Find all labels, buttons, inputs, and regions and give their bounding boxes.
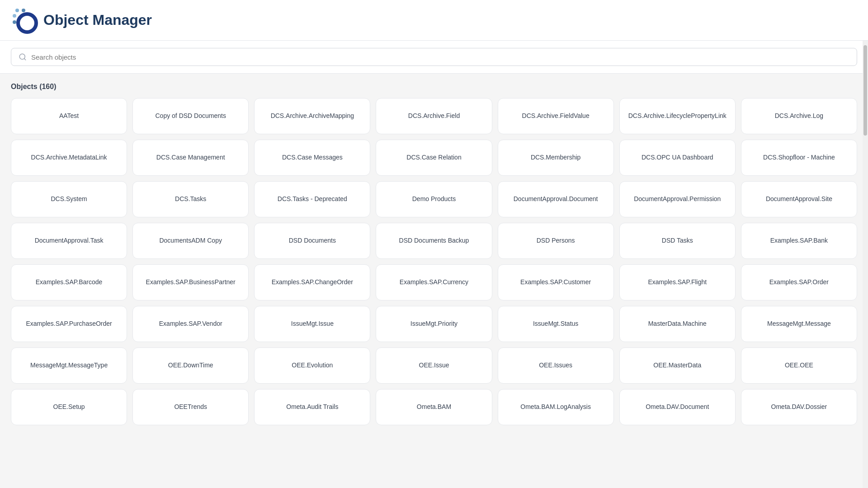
object-card[interactable]: DCS.Case Management bbox=[132, 140, 249, 176]
object-card[interactable]: IssueMgt.Issue bbox=[254, 306, 370, 342]
scrollbar-thumb[interactable] bbox=[863, 45, 867, 136]
object-card[interactable]: Copy of DSD Documents bbox=[132, 98, 249, 134]
search-bar-container bbox=[0, 41, 868, 74]
object-card[interactable]: OEE.DownTime bbox=[132, 347, 249, 384]
object-card[interactable]: DCS.Archive.ArchiveMapping bbox=[254, 98, 370, 134]
object-card[interactable]: DCS.Archive.Log bbox=[741, 98, 857, 134]
object-card[interactable]: Examples.SAP.Customer bbox=[498, 264, 614, 300]
object-card[interactable]: DCS.Shopfloor - Machine bbox=[741, 140, 857, 176]
object-card[interactable]: Examples.SAP.Barcode bbox=[11, 264, 127, 300]
objects-section: Objects (160) AATestCopy of DSD Document… bbox=[0, 74, 868, 434]
object-card[interactable]: DocumentApproval.Permission bbox=[619, 181, 736, 217]
objects-count: Objects (160) bbox=[11, 83, 857, 91]
object-card[interactable]: DocumentApproval.Site bbox=[741, 181, 857, 217]
object-card[interactable]: DCS.Archive.FieldValue bbox=[498, 98, 614, 134]
object-card[interactable]: Examples.SAP.Order bbox=[741, 264, 857, 300]
object-card[interactable]: DCS.Case Messages bbox=[254, 140, 370, 176]
objects-grid: AATestCopy of DSD DocumentsDCS.Archive.A… bbox=[11, 98, 857, 425]
object-card[interactable]: OEE.MasterData bbox=[619, 347, 736, 384]
object-card[interactable]: DCS.OPC UA Dashboard bbox=[619, 140, 736, 176]
object-card[interactable]: AATest bbox=[11, 98, 127, 134]
svg-point-3 bbox=[13, 20, 16, 24]
object-card[interactable]: Ometa.Audit Trails bbox=[254, 389, 370, 425]
svg-point-4 bbox=[18, 14, 36, 32]
object-card[interactable]: MessageMgt.Message bbox=[741, 306, 857, 342]
object-card[interactable]: DCS.Tasks bbox=[132, 181, 249, 217]
search-icon bbox=[19, 53, 27, 61]
object-card[interactable]: DSD Documents Backup bbox=[376, 223, 492, 259]
object-card[interactable]: Examples.SAP.Bank bbox=[741, 223, 857, 259]
object-card[interactable]: Examples.SAP.PurchaseOrder bbox=[11, 306, 127, 342]
object-card[interactable]: DocumentApproval.Document bbox=[498, 181, 614, 217]
svg-point-2 bbox=[13, 14, 16, 18]
object-card[interactable]: DCS.Archive.MetadataLink bbox=[11, 140, 127, 176]
object-card[interactable]: Examples.SAP.ChangeOrder bbox=[254, 264, 370, 300]
object-card[interactable]: OEE.Issues bbox=[498, 347, 614, 384]
object-card[interactable]: OEE.Evolution bbox=[254, 347, 370, 384]
scrollbar[interactable] bbox=[863, 41, 868, 488]
object-card[interactable]: Ometa.BAM.LogAnalysis bbox=[498, 389, 614, 425]
object-card[interactable]: DocumentsADM Copy bbox=[132, 223, 249, 259]
object-card[interactable]: MasterData.Machine bbox=[619, 306, 736, 342]
logo-container: Object Manager bbox=[11, 7, 152, 34]
object-card[interactable]: Ometa.DAV.Document bbox=[619, 389, 736, 425]
object-card[interactable]: Examples.SAP.Flight bbox=[619, 264, 736, 300]
object-card[interactable]: DCS.Membership bbox=[498, 140, 614, 176]
object-card[interactable]: OEE.Setup bbox=[11, 389, 127, 425]
search-wrapper[interactable] bbox=[11, 48, 857, 66]
app-logo bbox=[11, 7, 38, 34]
object-card[interactable]: Demo Products bbox=[376, 181, 492, 217]
header: Object Manager bbox=[0, 0, 868, 41]
svg-point-1 bbox=[22, 9, 25, 12]
object-card[interactable]: DCS.Archive.LifecyclePropertyLink bbox=[619, 98, 736, 134]
object-card[interactable]: OEE.Issue bbox=[376, 347, 492, 384]
app-title: Object Manager bbox=[43, 12, 152, 28]
object-card[interactable]: Ometa.DAV.Dossier bbox=[741, 389, 857, 425]
object-card[interactable]: IssueMgt.Priority bbox=[376, 306, 492, 342]
object-card[interactable]: DSD Documents bbox=[254, 223, 370, 259]
object-card[interactable]: OEETrends bbox=[132, 389, 249, 425]
object-card[interactable]: Examples.SAP.Currency bbox=[376, 264, 492, 300]
svg-point-0 bbox=[15, 9, 19, 12]
object-card[interactable]: Ometa.BAM bbox=[376, 389, 492, 425]
object-card[interactable]: IssueMgt.Status bbox=[498, 306, 614, 342]
object-card[interactable]: MessageMgt.MessageType bbox=[11, 347, 127, 384]
object-card[interactable]: OEE.OEE bbox=[741, 347, 857, 384]
object-card[interactable]: DSD Persons bbox=[498, 223, 614, 259]
object-card[interactable]: DSD Tasks bbox=[619, 223, 736, 259]
object-card[interactable]: DocumentApproval.Task bbox=[11, 223, 127, 259]
object-card[interactable]: DCS.System bbox=[11, 181, 127, 217]
object-card[interactable]: DCS.Archive.Field bbox=[376, 98, 492, 134]
object-card[interactable]: Examples.SAP.Vendor bbox=[132, 306, 249, 342]
svg-line-6 bbox=[24, 58, 25, 60]
object-card[interactable]: Examples.SAP.BusinessPartner bbox=[132, 264, 249, 300]
object-card[interactable]: DCS.Tasks - Deprecated bbox=[254, 181, 370, 217]
object-card[interactable]: DCS.Case Relation bbox=[376, 140, 492, 176]
search-input[interactable] bbox=[31, 53, 849, 61]
